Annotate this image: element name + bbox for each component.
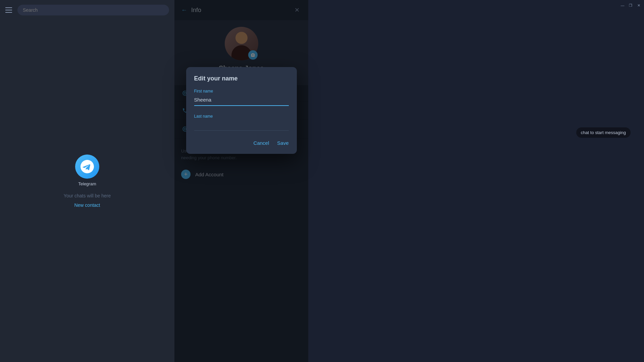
start-messaging-hint: chat to start messaging bbox=[576, 127, 631, 138]
empty-chats-text: Your chats will be here bbox=[64, 193, 111, 198]
sidebar-header bbox=[0, 0, 174, 20]
modal-overlay: Edit your name First name Last name Canc… bbox=[174, 0, 308, 362]
first-name-label: First name bbox=[194, 89, 289, 94]
search-input[interactable] bbox=[17, 5, 169, 15]
sidebar: Telegram Your chats will be here New con… bbox=[0, 0, 174, 362]
telegram-logo bbox=[75, 155, 99, 179]
first-name-input[interactable] bbox=[194, 96, 289, 106]
last-name-input[interactable] bbox=[194, 121, 289, 131]
modal-title: Edit your name bbox=[194, 75, 289, 82]
minimize-button[interactable]: — bbox=[620, 3, 625, 8]
maximize-button[interactable]: ❐ bbox=[628, 3, 633, 8]
close-window-button[interactable]: ✕ bbox=[636, 3, 641, 8]
sidebar-content: Telegram Your chats will be here New con… bbox=[0, 20, 174, 362]
hamburger-menu-button[interactable] bbox=[5, 6, 13, 14]
info-panel: ← Info ✕ Sheena Jones online bbox=[174, 0, 309, 362]
edit-name-modal: Edit your name First name Last name Canc… bbox=[186, 67, 297, 154]
new-contact-link[interactable]: New contact bbox=[74, 202, 100, 208]
right-area: chat to start messaging bbox=[309, 0, 644, 362]
telegram-label: Telegram bbox=[78, 181, 96, 186]
modal-actions: Cancel Save bbox=[194, 140, 289, 146]
telegram-icon-container: Telegram bbox=[75, 155, 99, 186]
window-controls: — ❐ ✕ bbox=[620, 3, 641, 8]
telegram-icon bbox=[80, 160, 94, 173]
save-button[interactable]: Save bbox=[277, 140, 288, 146]
last-name-label: Last name bbox=[194, 114, 289, 119]
cancel-button[interactable]: Cancel bbox=[254, 140, 269, 146]
